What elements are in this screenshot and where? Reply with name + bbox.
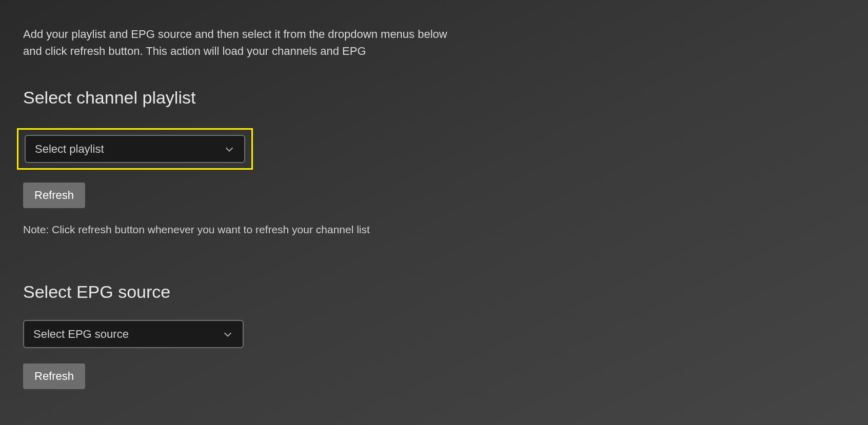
- chevron-down-icon: [224, 144, 235, 155]
- playlist-section-heading: Select channel playlist: [23, 88, 845, 108]
- playlist-dropdown-highlight: Select playlist: [17, 128, 253, 170]
- playlist-refresh-button[interactable]: Refresh: [23, 183, 85, 208]
- epg-section-heading: Select EPG source: [23, 282, 845, 302]
- playlist-dropdown[interactable]: Select playlist: [25, 135, 245, 163]
- epg-dropdown[interactable]: Select EPG source: [23, 320, 244, 348]
- playlist-note: Note: Click refresh button whenever you …: [23, 224, 845, 236]
- epg-refresh-button[interactable]: Refresh: [23, 363, 85, 389]
- chevron-down-icon: [222, 329, 233, 340]
- playlist-dropdown-label: Select playlist: [35, 143, 104, 156]
- epg-dropdown-label: Select EPG source: [33, 328, 129, 341]
- intro-text: Add your playlist and EPG source and the…: [23, 26, 459, 59]
